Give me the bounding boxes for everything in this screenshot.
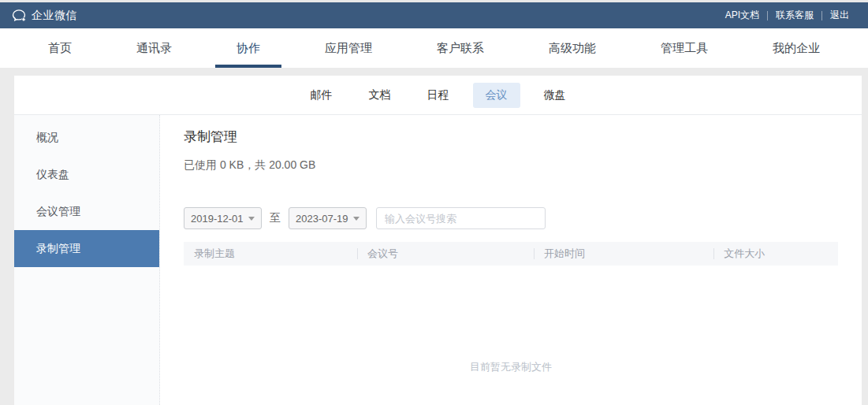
column-header-meeting-id: 会议号	[357, 242, 534, 266]
logout-link[interactable]: 退出	[822, 9, 857, 22]
nav-item-admin-tools[interactable]: 管理工具	[661, 28, 708, 68]
topbar-links: API文档 联系客服 退出	[717, 9, 857, 22]
tab-drive[interactable]: 微盘	[531, 83, 579, 108]
table-header: 录制主题 会议号 开始时间 文件大小	[184, 242, 838, 266]
nav-item-home[interactable]: 首页	[48, 28, 72, 68]
tab-mail[interactable]: 邮件	[298, 83, 345, 108]
column-header-recording-topic: 录制主题	[184, 242, 357, 266]
date-range-separator: 至	[270, 211, 281, 225]
start-date-select[interactable]: 2019-12-01	[184, 207, 262, 229]
column-header-file-size: 文件大小	[713, 242, 838, 266]
sidebar-item-dashboard[interactable]: 仪表盘	[14, 156, 159, 193]
chevron-down-icon	[248, 217, 255, 221]
nav-item-app-management[interactable]: 应用管理	[325, 28, 372, 68]
tab-calendar[interactable]: 日程	[415, 83, 462, 108]
page-title: 录制管理	[184, 128, 838, 146]
topbar: 企业微信 API文档 联系客服 退出	[0, 2, 868, 28]
content-panel: 邮件 文档 日程 会议 微盘 概况 仪表盘 会议管理 录制管理 录制管理 已使用…	[14, 76, 862, 405]
empty-state-text: 目前暂无录制文件	[184, 360, 838, 374]
meeting-id-search-input[interactable]	[376, 207, 546, 229]
wechat-work-logo-icon	[11, 8, 27, 24]
nav-item-customer-contact[interactable]: 客户联系	[437, 28, 484, 68]
tab-meeting[interactable]: 会议	[473, 83, 520, 108]
contact-support-link[interactable]: 联系客服	[768, 9, 821, 22]
nav-item-contacts[interactable]: 通讯录	[136, 28, 172, 68]
sidebar-item-overview[interactable]: 概况	[14, 119, 159, 156]
sidebar-item-meeting-management[interactable]: 会议管理	[14, 193, 159, 230]
api-docs-link[interactable]: API文档	[717, 9, 767, 22]
sidebar-item-recording-management[interactable]: 录制管理	[14, 230, 159, 267]
meeting-content: 概况 仪表盘 会议管理 录制管理 录制管理 已使用 0 KB，共 20.00 G…	[14, 115, 862, 405]
nav-item-advanced-features[interactable]: 高级功能	[549, 28, 596, 68]
main-nav: 首页 通讯录 协作 应用管理 客户联系 高级功能 管理工具 我的企业	[0, 28, 868, 68]
nav-item-my-company[interactable]: 我的企业	[773, 28, 820, 68]
brand: 企业微信	[11, 8, 77, 24]
sidebar: 概况 仪表盘 会议管理 录制管理	[14, 115, 160, 405]
storage-usage-text: 已使用 0 KB，共 20.00 GB	[184, 158, 838, 173]
column-header-start-time: 开始时间	[534, 242, 713, 266]
filter-bar: 2019-12-01 至 2023-07-19	[184, 207, 838, 229]
chevron-down-icon	[353, 217, 359, 221]
end-date-value: 2023-07-19	[296, 213, 348, 225]
recording-management-panel: 录制管理 已使用 0 KB，共 20.00 GB 2019-12-01 至 20…	[160, 115, 862, 405]
nav-item-collaboration[interactable]: 协作	[237, 28, 260, 68]
start-date-value: 2019-12-01	[191, 213, 244, 225]
end-date-select[interactable]: 2023-07-19	[289, 207, 367, 229]
brand-title: 企业微信	[32, 9, 77, 23]
collaboration-subnav: 邮件 文档 日程 会议 微盘	[14, 76, 862, 115]
tab-docs[interactable]: 文档	[356, 83, 404, 108]
